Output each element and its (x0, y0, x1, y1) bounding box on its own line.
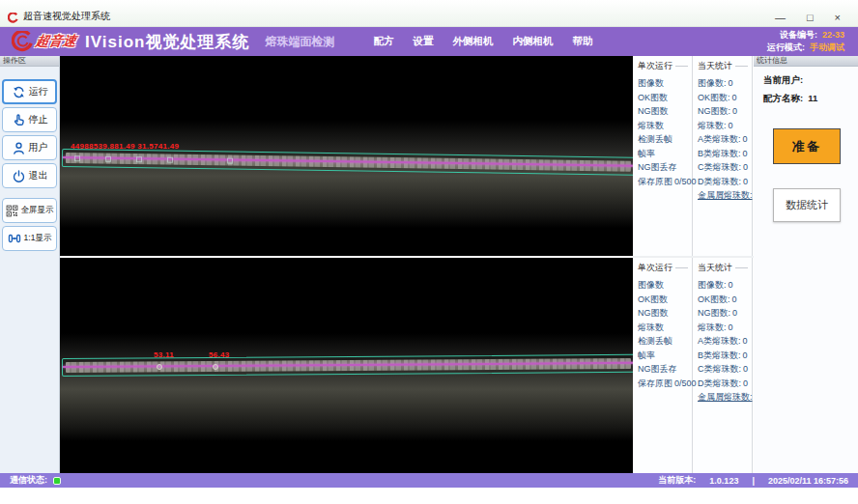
one-to-one-icon (8, 232, 21, 245)
stat-value: 0 (729, 121, 733, 130)
stat-row: NG图数:0 (698, 309, 752, 318)
titlebar: 超音速视觉处理系统 — □ × (0, 0, 858, 27)
stat-value: 0 (743, 149, 748, 158)
measure-tick (136, 156, 142, 162)
today-stats-rows: 图像数:0 OK图数:0 NG图数:0 熔珠数 (698, 281, 752, 402)
stat-value: 0 (729, 78, 733, 88)
stat-label: OK图数 (638, 294, 668, 304)
defect-marker (157, 364, 162, 370)
device-number-label: 设备编号: (780, 30, 817, 40)
stat-row: A类熔珠数:0 (698, 135, 752, 144)
defect-marker (213, 364, 218, 370)
run-button[interactable]: 运行 (2, 79, 57, 104)
stat-label: 帧率 (638, 149, 655, 158)
stat-label: 金属屑熔珠数: (698, 392, 753, 402)
one-to-one-button[interactable]: 1:1显示 (2, 226, 57, 251)
measure-tick (105, 156, 111, 162)
stat-value: 0 (743, 364, 748, 374)
stat-row: 帧率 (638, 351, 692, 360)
sidebar: 操作区 运行 停止 (0, 56, 60, 473)
stat-row: 检测丢帧 (638, 337, 692, 346)
title-rule (735, 66, 748, 67)
run-mode-row: 运行模式:手动调试 (767, 42, 844, 54)
data-statistics-button[interactable]: 数据统计 (773, 188, 841, 222)
prepare-button[interactable]: 准备 (773, 128, 841, 164)
stat-label: 金属屑熔珠数: (698, 190, 753, 200)
maximize-button[interactable]: □ (807, 13, 814, 23)
stats-panel-bottom: 单次运行 图像数 OK图数 (633, 258, 754, 473)
recipe-name-label: 配方名称: (763, 93, 803, 103)
stat-label: 保存原图 (638, 378, 672, 388)
stat-row: B类熔珠数:0 (698, 150, 752, 158)
statusbar-divider: | (752, 476, 755, 486)
stat-label: OK图数: (698, 93, 730, 102)
stat-value: 0 (732, 93, 737, 102)
stat-label: 熔珠数 (638, 322, 664, 332)
sidebar-buttons: 运行 停止 用户 (0, 67, 59, 254)
menu-item[interactable]: 配方 (373, 35, 393, 48)
main-area: 操作区 运行 停止 (0, 56, 858, 473)
sidebar-title: 操作区 (0, 56, 59, 67)
statusbar-right: 当前版本: 1.0.123 | 2025/02/11 16:57:56 (658, 474, 848, 487)
stat-label: 检测丢帧 (638, 134, 672, 144)
datetime-value: 2025/02/11 16:57:56 (768, 476, 848, 486)
single-run-rows: 图像数 OK图数 NG图数 熔珠数 (638, 79, 692, 186)
stop-button-label: 停止 (29, 113, 48, 126)
stat-row: NG图数 (638, 309, 692, 318)
stat-row: D类熔珠数:0 (698, 379, 752, 388)
today-stats-rows: 图像数:0 OK图数:0 NG图数:0 熔珠数 (698, 79, 752, 200)
menu-item[interactable]: 内侧相机 (512, 35, 553, 48)
stat-row: C类熔珠数:0 (698, 365, 752, 374)
user-button[interactable]: 用户 (2, 135, 57, 160)
stat-row: 图像数:0 (698, 79, 752, 88)
user-button-label: 用户 (29, 141, 48, 154)
stat-value: 0 (732, 308, 737, 318)
stat-label: D类熔珠数: (698, 177, 741, 186)
menu-item[interactable]: 帮助 (572, 35, 592, 48)
stat-label: 保存原图 (638, 177, 672, 186)
single-run-column: 单次运行 图像数 OK图数 (633, 258, 693, 473)
measurement-annotation: 56.43 (209, 350, 230, 359)
power-icon (12, 169, 26, 183)
window-title: 超音速视觉处理系统 (23, 10, 110, 23)
stat-label: OK图数: (698, 294, 730, 304)
stat-row: 图像数:0 (698, 281, 752, 290)
close-button[interactable]: × (835, 13, 841, 23)
stat-label: C类熔珠数: (698, 162, 741, 172)
info-panel-title: 统计信息 (754, 56, 858, 67)
single-run-rows: 图像数 OK图数 NG图数 熔珠数 (638, 281, 692, 388)
current-user-row: 当前用户: (763, 74, 850, 87)
comm-status-indicator (53, 477, 61, 485)
stats-panel-top: 单次运行 图像数 OK图数 (633, 56, 754, 256)
stat-row: NG图丢存 (638, 163, 692, 172)
device-info: 设备编号:22-33 运行模式:手动调试 (767, 29, 844, 54)
stat-row: OK图数:0 (698, 94, 752, 102)
info-panel-content: 当前用户: 配方名称:11 准备 数据统计 (754, 67, 858, 222)
exit-button[interactable]: 退出 (2, 163, 57, 188)
sync-arrows-icon (12, 85, 26, 99)
stat-label: OK图数 (638, 93, 668, 102)
stat-label: A类熔珠数: (698, 336, 741, 346)
stat-row: 熔珠数 (638, 323, 692, 332)
fullscreen-button[interactable]: 全屏显示 (2, 198, 57, 223)
stat-row: 图像数 (638, 281, 692, 290)
stat-row: 检测丢帧 (638, 135, 692, 144)
measure-tick (74, 155, 80, 161)
column-title-text: 单次运行 (638, 60, 672, 72)
stat-row: 保存原图0/500 (638, 379, 692, 388)
measure-tick (227, 158, 233, 164)
camera-viewports: 44988539.881.49 31.5741.49 53.11 56.43 (60, 56, 633, 473)
menu-item[interactable]: 设置 (413, 35, 433, 48)
measurement-annotation: 44988539.881.49 31.5741.49 (71, 142, 179, 151)
column-title-text: 当天统计 (698, 262, 732, 274)
stat-value: 0 (732, 106, 737, 116)
measure-tick (167, 157, 173, 163)
minimize-button[interactable]: — (775, 13, 786, 23)
app-logo-icon (8, 13, 18, 23)
stop-button[interactable]: 停止 (2, 107, 57, 132)
stat-label: 图像数 (638, 280, 664, 290)
stat-row: B类熔珠数:0 (698, 351, 752, 360)
stat-value: 0 (729, 322, 733, 332)
menu-item[interactable]: 外侧相机 (452, 35, 493, 48)
title-rule (675, 66, 688, 67)
